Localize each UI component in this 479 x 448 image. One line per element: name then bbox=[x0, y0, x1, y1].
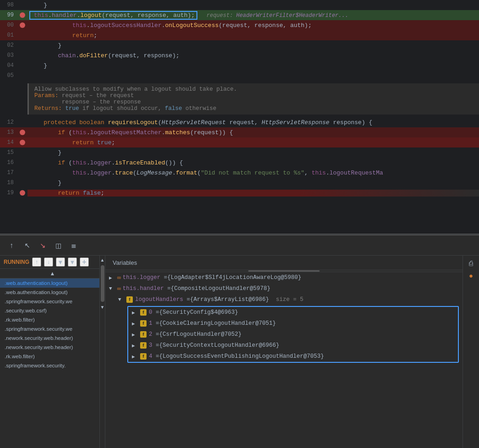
frame-item-4[interactable]: .rk.web.filter) bbox=[0, 315, 105, 324]
step-into-button[interactable]: ↘ bbox=[37, 240, 49, 251]
watch-button[interactable]: ● bbox=[469, 272, 473, 279]
var-val-logouthandlers: {Arrays$ArrayList@6986} bbox=[190, 296, 269, 303]
var-eq-logouthandlers: = bbox=[183, 296, 190, 303]
frames-scroll-controls: ▲ bbox=[0, 269, 105, 279]
doc-comment: Allow subclasses to modify when a logout… bbox=[27, 83, 479, 115]
breakpoint-119[interactable] bbox=[17, 190, 27, 196]
frames-add-button[interactable]: + bbox=[80, 257, 89, 267]
frames-up-button[interactable]: ↑ bbox=[32, 257, 41, 267]
var-row-handler[interactable]: ∞ this.handler = {CompositeLogoutHandler… bbox=[105, 283, 463, 294]
var-row-logouthandlers[interactable]: f logoutHandlers = {Arrays$ArrayList@698… bbox=[105, 294, 463, 305]
code-content-113: if (this.logoutRequestMatcher.matches(re… bbox=[27, 129, 479, 136]
frame-item-9[interactable]: .springframework.security. bbox=[0, 361, 105, 370]
code-lines-top: 98 } 99 this.handler.logout(request, res… bbox=[0, 0, 479, 81]
var-row-logger[interactable]: ∞ this.logger = {LogAdapter$Slf4jLocatio… bbox=[105, 272, 463, 283]
doc-line-3: response – the response bbox=[34, 99, 474, 105]
frames-filter-button[interactable]: ▼ bbox=[56, 257, 65, 267]
code-line-113: 13 if (this.logoutRequestMatcher.matches… bbox=[0, 127, 479, 137]
expand-arrow-item-4[interactable] bbox=[132, 354, 138, 360]
code-content-114: return true; bbox=[27, 139, 479, 146]
var-key-item-1: 1 bbox=[149, 320, 152, 327]
copy-button[interactable]: ⎙ bbox=[469, 259, 473, 267]
code-line-114: 14 return true; bbox=[0, 137, 479, 148]
line-num-104: 04 bbox=[0, 62, 17, 69]
var-row-item-4[interactable]: f 4 = {LogoutSuccessEventPublishingLogou… bbox=[128, 351, 458, 362]
frames-dropdown-button[interactable]: ▼ bbox=[68, 257, 77, 267]
line-num-101: 01 bbox=[0, 32, 17, 38]
line-num-117: 17 bbox=[0, 169, 17, 176]
line-num-119: 19 bbox=[0, 190, 17, 196]
code-line-118: 18 } bbox=[0, 178, 479, 188]
infinity-icon-handler: ∞ bbox=[117, 285, 121, 292]
code-content-112: protected boolean requiresLogout(HttpSer… bbox=[27, 119, 479, 126]
frames-vscroll: ▲ ▼ bbox=[99, 256, 105, 448]
breakpoint-100[interactable] bbox=[17, 22, 27, 28]
line-num-115: 15 bbox=[0, 149, 17, 156]
line-num-102: 02 bbox=[0, 42, 17, 49]
code-line-103: 03 chain.doFilter(request, response); bbox=[0, 50, 479, 60]
var-key-item-3: 3 bbox=[149, 342, 152, 349]
step-out-button[interactable]: ↑ bbox=[5, 240, 17, 251]
line-num-112: 12 bbox=[0, 119, 17, 126]
var-eq-handler: = bbox=[164, 285, 171, 292]
expand-arrow-logger[interactable] bbox=[109, 275, 115, 281]
breakpoint-99[interactable] bbox=[17, 12, 27, 18]
var-val-item-2: {CsrfLogoutHandler@7052} bbox=[159, 331, 242, 338]
line-num-98: 98 bbox=[0, 2, 17, 8]
frames-scroll-up[interactable]: ▲ bbox=[49, 270, 56, 277]
line-num-116: 16 bbox=[0, 159, 17, 166]
frame-item-3[interactable]: .security.web.csrf) bbox=[0, 306, 105, 315]
var-eq-item-0: = bbox=[152, 309, 159, 316]
var-row-item-3[interactable]: f 3 = {SecurityContextLogoutHandler@6966… bbox=[128, 340, 458, 351]
code-content-115: } bbox=[27, 149, 479, 156]
code-content-118: } bbox=[27, 180, 479, 186]
code-line-99: 99 this.handler.logout(request, response… bbox=[0, 10, 479, 20]
var-row-item-1[interactable]: f 1 = {CookieClearingLogoutHandler@7051} bbox=[128, 318, 458, 329]
var-size-logouthandlers: size = 5 bbox=[269, 296, 304, 303]
frames-vscroll-up[interactable]: ▲ bbox=[100, 257, 105, 262]
expand-arrow-logouthandlers[interactable] bbox=[118, 297, 125, 302]
var-eq-item-1: = bbox=[152, 320, 159, 327]
frame-item-7[interactable]: .nework.security.web.header) bbox=[0, 343, 105, 352]
doc-line-1: Allow subclasses to modify when a logout… bbox=[34, 86, 474, 93]
frame-item-2[interactable]: .springframework.security.we bbox=[0, 297, 105, 306]
view-table-button[interactable]: ◫ bbox=[52, 240, 64, 251]
breakpoint-114[interactable] bbox=[17, 140, 27, 145]
code-line-104: 04 } bbox=[0, 60, 479, 71]
variables-panel: Variables ∞ this.logger = {LogAdapter$Sl… bbox=[105, 256, 463, 448]
frames-down-button[interactable]: ↓ bbox=[44, 257, 53, 267]
frame-item-0[interactable]: .web.authentication.logout) bbox=[0, 279, 105, 288]
var-key-logger: this.logger bbox=[123, 274, 161, 281]
inline-hint-99: request: HeaderWriterFilter$HeaderWriter… bbox=[207, 12, 348, 19]
field-icon-logouthandlers: f bbox=[126, 296, 133, 303]
var-eq-item-4: = bbox=[152, 353, 159, 360]
running-badge: RUNNING bbox=[4, 259, 29, 265]
var-val-handler: {CompositeLogoutHandler@5978} bbox=[171, 285, 271, 292]
view-list-button[interactable]: ≣ bbox=[68, 240, 80, 251]
expand-arrow-item-3[interactable] bbox=[132, 343, 138, 349]
expand-arrow-item-2[interactable] bbox=[132, 332, 138, 338]
step-over-button[interactable]: ↗ bbox=[21, 240, 33, 251]
frame-item-5[interactable]: .springframework.security.we bbox=[0, 324, 105, 333]
var-row-item-2[interactable]: f 2 = {CsrfLogoutHandler@7052} bbox=[128, 329, 458, 340]
code-content-99: this.handler.logout(request, response, a… bbox=[32, 12, 195, 19]
frames-vscroll-down[interactable]: ▼ bbox=[100, 305, 105, 310]
expand-arrow-item-0[interactable] bbox=[132, 310, 138, 316]
field-icon-item-3: f bbox=[140, 342, 147, 349]
var-row-item-0[interactable]: f 0 = {SecurityConfig$4@6963} bbox=[128, 307, 458, 318]
code-line-100: 00 this.logoutSuccessHandler.onLogoutSuc… bbox=[0, 20, 479, 30]
line-num-103: 03 bbox=[0, 52, 17, 59]
code-line-112: 12 protected boolean requiresLogout(Http… bbox=[0, 117, 479, 127]
frame-item-1[interactable]: .web.authentication.logout) bbox=[0, 288, 105, 297]
frame-item-6[interactable]: .nework.security.web.header) bbox=[0, 333, 105, 343]
var-eq-logger: = bbox=[160, 274, 167, 281]
code-content-119: return false; bbox=[27, 190, 104, 197]
code-line-102: 02 } bbox=[0, 40, 479, 50]
expand-arrow-item-1[interactable] bbox=[132, 321, 138, 327]
frames-header: RUNNING ↑ ↓ ▼ ▼ + bbox=[0, 256, 105, 269]
breakpoint-113[interactable] bbox=[17, 130, 27, 135]
frame-item-8[interactable]: .rk.web.filter) bbox=[0, 352, 105, 361]
expand-arrow-handler[interactable] bbox=[109, 286, 115, 291]
code-content-104: } bbox=[27, 62, 479, 69]
code-content-100: this.logoutSuccessHandler.onLogoutSucces… bbox=[27, 22, 479, 29]
